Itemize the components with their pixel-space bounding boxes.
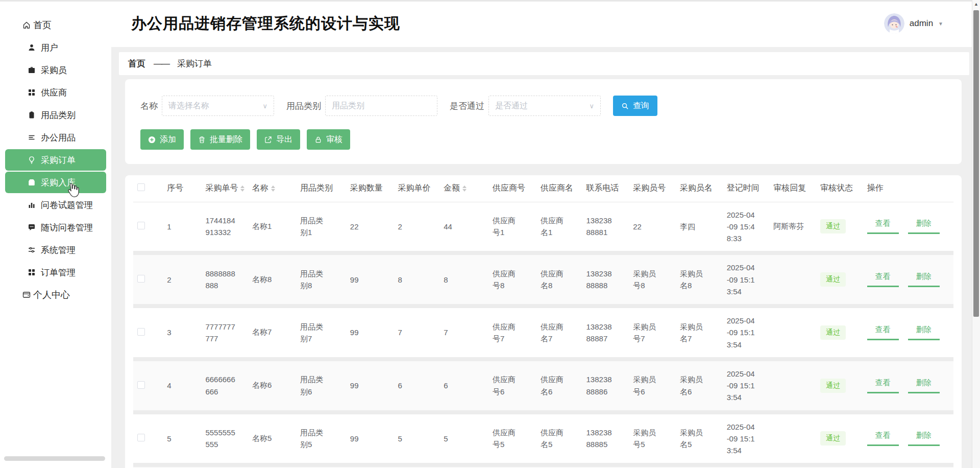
cell-actions: 查看删除: [863, 253, 953, 306]
cell-price: 2: [394, 202, 440, 253]
sidebar-item-采购入库[interactable]: 采购入库: [5, 172, 106, 193]
sidebar-item-采购员[interactable]: 采购员: [5, 59, 106, 81]
sidebar-item-label: 订单管理: [41, 267, 76, 278]
sidebar-item-随访问卷管理[interactable]: 随访问卷管理: [5, 217, 106, 238]
sidebar-item-个人中心[interactable]: 个人中心: [5, 284, 106, 306]
column-header-采购单价: 采购单价: [394, 175, 440, 202]
cell-status: 通过: [816, 202, 863, 253]
cell-amount: 5: [439, 412, 488, 465]
delete-button[interactable]: 删除: [908, 272, 940, 287]
view-button[interactable]: 查看: [867, 272, 899, 287]
cell-reply: 阿斯蒂芬: [769, 202, 816, 253]
sidebar-item-用户[interactable]: 用户: [5, 37, 106, 58]
briefcase-icon: [28, 66, 36, 74]
cell-category: 用品类别1: [296, 202, 346, 253]
cell-supplier-name: 供应商名5: [536, 412, 582, 465]
category-input[interactable]: [325, 96, 437, 116]
cell-time: 2025-04-09 15:13:54: [723, 253, 770, 306]
sidebar-horizontal-scrollbar[interactable]: [4, 456, 105, 461]
cell-buyer-no: 22: [629, 202, 676, 253]
delete-button[interactable]: 删除: [908, 219, 940, 234]
bulb-icon: [28, 156, 36, 164]
cell-index: 6: [163, 465, 201, 468]
sidebar-item-label: 办公用品: [41, 132, 76, 144]
cell-supplier-no: 供应商号6: [488, 359, 536, 412]
action-row: 添加 批量删除 导出 审核: [140, 129, 946, 150]
cell-price: 5: [394, 412, 440, 465]
sidebar-item-办公用品[interactable]: 办公用品: [5, 127, 106, 148]
cell-supplier-name: 供应商名8: [536, 253, 582, 306]
view-button[interactable]: 查看: [867, 431, 899, 446]
chevron-down-icon: ▼: [938, 21, 943, 27]
add-button[interactable]: 添加: [140, 129, 184, 150]
batch-delete-button[interactable]: 批量删除: [190, 129, 250, 150]
row-checkbox[interactable]: [137, 328, 145, 336]
cell-buyer-no: 采购员号8: [629, 253, 676, 306]
view-button[interactable]: 查看: [867, 325, 899, 340]
sort-icon[interactable]: [271, 185, 275, 192]
sidebar-item-首页[interactable]: 首页: [5, 14, 106, 36]
cell-phone: 13823888885: [582, 412, 629, 465]
delete-button[interactable]: 删除: [908, 325, 940, 340]
delete-button[interactable]: 删除: [908, 431, 940, 446]
sidebar-nav: 首页用户采购员供应商用品类别办公用品采购订单采购入库问卷试题管理随访问卷管理系统…: [0, 14, 111, 306]
cell-amount: 8: [439, 253, 488, 306]
column-header-名称[interactable]: 名称: [248, 175, 296, 202]
audit-button[interactable]: 审核: [307, 129, 350, 150]
data-table-panel: 序号采购单号名称用品类别采购数量采购单价金额供应商号供应商名联系电话采购员号采购…: [125, 175, 962, 468]
clipboard-icon: [28, 111, 36, 119]
user-menu[interactable]: admin ▼: [884, 13, 943, 34]
row-checkbox[interactable]: [137, 434, 145, 441]
export-button[interactable]: 导出: [257, 129, 300, 150]
sidebar-item-用品类别[interactable]: 用品类别: [5, 104, 106, 126]
select-all-checkbox[interactable]: [137, 183, 145, 191]
view-button[interactable]: 查看: [867, 219, 899, 234]
sidebar-item-采购订单[interactable]: 采购订单: [5, 149, 106, 171]
cell-buyer-no: 采购员号4: [629, 465, 676, 468]
sidebar-item-订单管理[interactable]: 订单管理: [5, 262, 106, 283]
column-header-采购员名: 采购员名: [676, 175, 723, 202]
main-area: 办公用品进销存管理系统的设计与实现 admin ▼ 首页 —— 采购订单: [111, 0, 972, 468]
name-filter-label: 名称: [140, 100, 158, 112]
sort-icon[interactable]: [462, 185, 467, 192]
column-header-联系电话: 联系电话: [582, 175, 629, 202]
name-select[interactable]: 请选择名称 ∨: [162, 96, 274, 116]
breadcrumb: 首页 —— 采购订单: [119, 52, 969, 75]
audit-lock-icon: [314, 136, 322, 144]
category-filter-label: 用品类别: [286, 100, 321, 112]
delete-button[interactable]: 删除: [908, 378, 940, 393]
table-row: 46666666666名称6用品类别69966供应商号6供应商名61382388…: [133, 359, 953, 412]
cell-reply: [769, 412, 816, 465]
cell-category: 用品类别7: [296, 306, 346, 359]
column-header-供应商名: 供应商名: [536, 175, 582, 202]
vertical-scrollbar[interactable]: ▲: [972, 0, 980, 468]
table-row: 28888888888名称8用品类别89988供应商号8供应商名81382388…: [133, 253, 953, 306]
cell-order-no: 5555555555: [201, 412, 248, 465]
column-header-审核状态: 审核状态: [816, 175, 863, 202]
cell-amount: 44: [439, 202, 488, 253]
table-row: 37777777777名称7用品类别79977供应商号7供应商名71382388…: [133, 306, 953, 359]
sidebar-item-供应商[interactable]: 供应商: [5, 82, 106, 103]
scrollbar-up-arrow-icon[interactable]: ▲: [974, 2, 978, 7]
row-checkbox[interactable]: [137, 381, 145, 389]
scrollbar-thumb[interactable]: [973, 10, 979, 317]
sidebar-item-问卷试题管理[interactable]: 问卷试题管理: [5, 194, 106, 216]
column-header-采购单号[interactable]: 采购单号: [201, 175, 248, 202]
pass-select[interactable]: 是否通过 ∨: [488, 96, 601, 116]
row-checkbox[interactable]: [137, 222, 145, 229]
cell-amount: 7: [439, 306, 488, 359]
column-header-金额[interactable]: 金额: [439, 175, 488, 202]
cell-supplier-name: 供应商名7: [536, 306, 582, 359]
pass-select-placeholder: 是否通过: [495, 101, 528, 111]
view-button[interactable]: 查看: [867, 378, 899, 393]
sort-icon[interactable]: [240, 185, 244, 192]
search-button[interactable]: 查询: [613, 96, 657, 116]
cell-price: 6: [394, 359, 440, 412]
sidebar-item-系统管理[interactable]: 系统管理: [5, 239, 106, 261]
breadcrumb-home[interactable]: 首页: [128, 58, 145, 69]
cell-category: 用品类别5: [296, 412, 346, 465]
cell-order-no: 8888888888: [201, 253, 248, 306]
row-checkbox[interactable]: [137, 275, 145, 283]
table-header-row: 序号采购单号名称用品类别采购数量采购单价金额供应商号供应商名联系电话采购员号采购…: [133, 175, 953, 202]
cell-buyer-name: 采购员名6: [676, 359, 723, 412]
